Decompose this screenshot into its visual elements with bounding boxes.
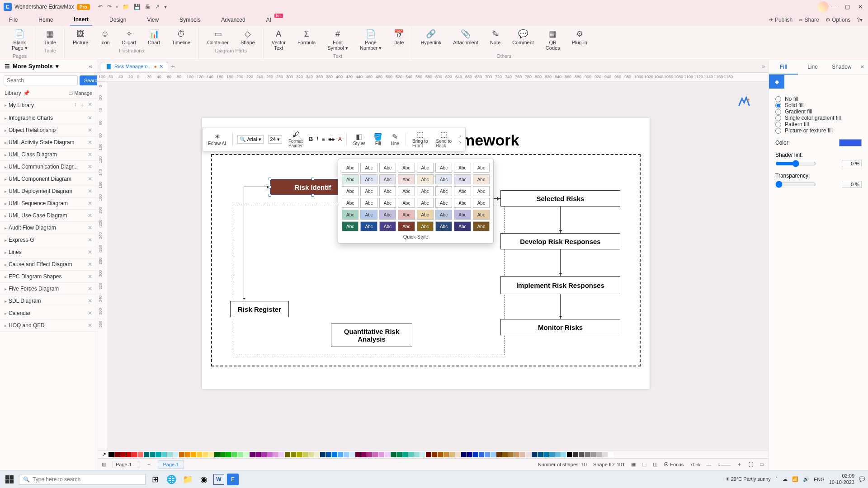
style-swatch[interactable]: Abc xyxy=(473,198,490,208)
style-swatch[interactable]: Abc xyxy=(398,174,415,184)
style-swatch[interactable]: Abc xyxy=(454,174,471,184)
color-swatch[interactable] xyxy=(549,452,555,457)
view-icon-2[interactable]: ⬚ xyxy=(642,461,646,467)
color-swatch[interactable] xyxy=(144,452,149,457)
remove-lib-icon[interactable]: ✕ xyxy=(88,249,92,255)
color-swatch[interactable] xyxy=(414,452,420,457)
color-swatch[interactable] xyxy=(461,452,467,457)
doc-tab[interactable]: 📘 Risk Managem... ● ✕ xyxy=(101,62,168,71)
library-item[interactable]: ▸Express-G✕ xyxy=(0,234,97,246)
ribbon-container[interactable]: ▭Container xyxy=(205,28,231,46)
ribbon-formula[interactable]: ΣFormula xyxy=(296,28,317,46)
color-swatch[interactable] xyxy=(297,452,302,457)
fit-button[interactable]: ⛶ xyxy=(748,462,753,467)
color-swatch[interactable] xyxy=(308,452,314,457)
style-swatch[interactable]: Abc xyxy=(454,198,471,208)
ribbon-picture[interactable]: 🖼Picture xyxy=(71,28,90,46)
bold-button[interactable]: B xyxy=(309,136,313,142)
color-swatch[interactable] xyxy=(420,452,425,457)
library-item[interactable]: ▸UML Class Diagram✕ xyxy=(0,149,97,161)
style-swatch[interactable]: Abc xyxy=(473,221,490,231)
color-swatch[interactable] xyxy=(532,452,537,457)
edraw-ai-button[interactable]: ✶Edraw AI xyxy=(206,131,228,147)
color-swatch[interactable] xyxy=(839,139,862,146)
color-swatch[interactable] xyxy=(485,452,490,457)
style-swatch[interactable]: Abc xyxy=(454,163,471,173)
library-item[interactable]: ▸UML Activity State Diagram✕ xyxy=(0,136,97,149)
ribbon-attachment[interactable]: 📎Attachment xyxy=(451,28,480,46)
italic-button[interactable]: I xyxy=(316,136,318,142)
style-swatch[interactable]: Abc xyxy=(379,186,396,196)
color-swatch[interactable] xyxy=(214,452,220,457)
library-item[interactable]: ▸EPC Diagram Shapes✕ xyxy=(0,271,97,283)
style-swatch[interactable]: Abc xyxy=(342,221,359,231)
color-swatch[interactable] xyxy=(138,452,143,457)
color-swatch[interactable] xyxy=(273,452,278,457)
ribbon-vector-text[interactable]: AVector Text xyxy=(270,28,288,52)
color-swatch[interactable] xyxy=(302,452,308,457)
color-swatch[interactable] xyxy=(467,452,472,457)
style-swatch[interactable]: Abc xyxy=(342,210,359,220)
style-swatch[interactable]: Abc xyxy=(379,163,396,173)
style-swatch[interactable]: Abc xyxy=(398,198,415,208)
color-swatch[interactable] xyxy=(479,452,484,457)
color-swatch[interactable] xyxy=(585,452,590,457)
style-swatch[interactable]: Abc xyxy=(417,174,434,184)
taskbar-search-input[interactable] xyxy=(33,476,142,483)
color-swatch[interactable] xyxy=(203,452,208,457)
color-swatch[interactable] xyxy=(514,452,519,457)
node-risk-register[interactable]: Risk Register xyxy=(230,301,289,317)
style-swatch[interactable]: Abc xyxy=(435,198,452,208)
color-swatch[interactable] xyxy=(108,452,114,457)
color-swatch[interactable] xyxy=(179,452,184,457)
zoom-slider[interactable]: ○―― xyxy=(717,462,731,467)
remove-lib-icon[interactable]: ✕ xyxy=(88,261,92,267)
options-button[interactable]: ⚙ Options xyxy=(826,17,851,23)
style-swatch[interactable]: Abc xyxy=(435,221,452,231)
color-swatch[interactable] xyxy=(291,452,296,457)
style-swatch[interactable]: Abc xyxy=(360,198,377,208)
fill-option[interactable]: Solid fill xyxy=(775,102,862,108)
color-swatch[interactable] xyxy=(156,452,161,457)
style-swatch[interactable]: Abc xyxy=(360,221,377,231)
style-swatch[interactable]: Abc xyxy=(473,174,490,184)
node-quant-analysis[interactable]: Quantitative Risk Analysis xyxy=(331,324,412,347)
redo-icon[interactable]: ↷ xyxy=(107,4,112,10)
clock[interactable]: 02:0910-10-2023 xyxy=(829,473,854,485)
node-selected-risks[interactable]: Selected Risks xyxy=(500,190,620,206)
line-button[interactable]: ✎Line xyxy=(389,131,401,147)
color-swatch[interactable] xyxy=(432,452,437,457)
open-icon[interactable]: 📁 xyxy=(123,4,129,10)
start-button[interactable] xyxy=(3,473,16,486)
fill-button[interactable]: 🪣Fill xyxy=(372,131,384,147)
font-select[interactable]: 🔍 Arial ▾ xyxy=(237,135,264,144)
library-item[interactable]: ▸UML Use Case Diagram✕ xyxy=(0,210,97,222)
shade-slider[interactable] xyxy=(775,160,816,167)
color-swatch[interactable] xyxy=(355,452,361,457)
tab-fill[interactable]: Fill xyxy=(769,60,798,75)
style-swatch[interactable]: Abc xyxy=(360,210,377,220)
color-swatch[interactable] xyxy=(555,452,561,457)
edrawmax-taskbar-icon[interactable]: E xyxy=(227,474,239,485)
ribbon-blank-page-[interactable]: 📄Blank Page ▾ xyxy=(10,28,29,52)
send-back-button[interactable]: ⬚Send to Back xyxy=(434,129,453,149)
color-swatch[interactable] xyxy=(226,452,231,457)
style-swatch[interactable]: Abc xyxy=(417,198,434,208)
color-swatch[interactable] xyxy=(126,452,132,457)
word-icon[interactable]: W xyxy=(213,474,224,485)
color-swatch[interactable] xyxy=(590,452,596,457)
maximize-icon[interactable]: ▢ xyxy=(845,4,850,10)
library-item[interactable]: ▸UML Deployment Diagram✕ xyxy=(0,185,97,197)
style-swatch[interactable]: Abc xyxy=(435,174,452,184)
ribbon-clipart[interactable]: ✧Clipart xyxy=(120,28,138,46)
color-swatch[interactable] xyxy=(232,452,237,457)
style-swatch[interactable]: Abc xyxy=(379,174,396,184)
library-item[interactable]: ▸Audit Flow Diagram✕ xyxy=(0,222,97,234)
color-swatch[interactable] xyxy=(344,452,349,457)
remove-lib-icon[interactable]: ✕ xyxy=(88,164,92,170)
ribbon-icon[interactable]: ☺Icon xyxy=(98,28,112,46)
remove-lib-icon[interactable]: ✕ xyxy=(88,273,92,280)
style-swatch[interactable]: Abc xyxy=(360,163,377,173)
close-tab-icon[interactable]: ✕ xyxy=(159,64,163,70)
hamburger-icon[interactable]: ☰ xyxy=(5,63,10,70)
